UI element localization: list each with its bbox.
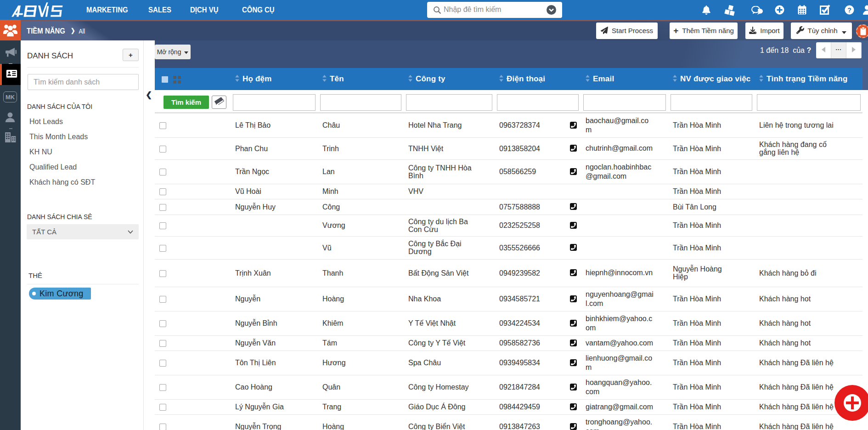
svg-text:?: ?: [847, 6, 851, 14]
